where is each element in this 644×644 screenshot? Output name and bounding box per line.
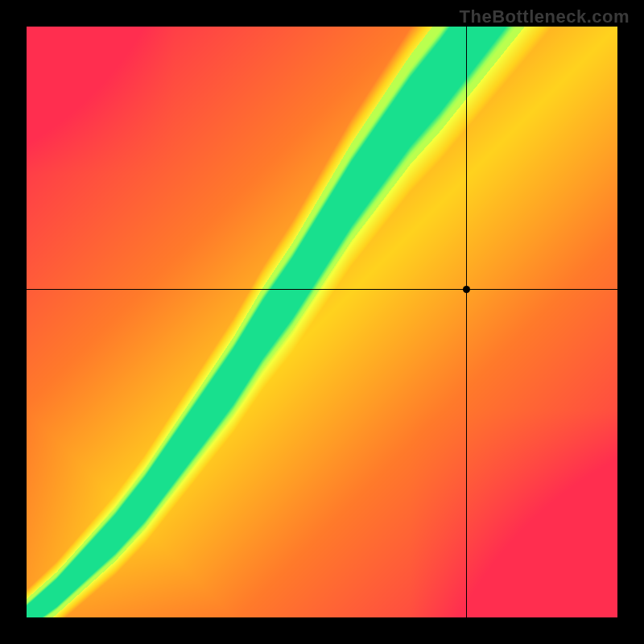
- watermark-text: TheBottleneck.com: [460, 6, 630, 27]
- chart-frame: TheBottleneck.com: [0, 0, 644, 644]
- bottleneck-heatmap: [27, 27, 617, 617]
